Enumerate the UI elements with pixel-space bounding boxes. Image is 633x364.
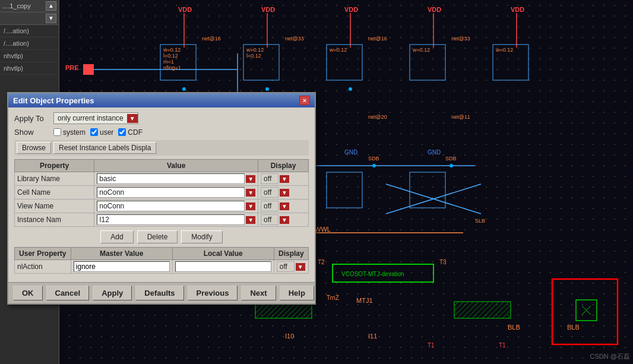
prop-value-arrow-2[interactable]: ▼ — [246, 202, 255, 210]
svg-text:net@33: net@33 — [285, 36, 304, 42]
svg-text:SLB: SLB — [475, 218, 485, 224]
apply-button[interactable]: Apply — [93, 286, 132, 300]
prop-value-cell-3: ▼ — [94, 213, 258, 227]
browse-reset-row: Browse Reset Instance Labels Displa — [14, 140, 309, 156]
svg-rect-51 — [327, 172, 362, 208]
dialog-close-button[interactable]: × — [299, 96, 310, 105]
prop-value-input-3[interactable] — [97, 214, 245, 225]
user-prop-name-0: nlAction — [15, 260, 71, 274]
user-prop-display-arrow-0[interactable]: ▼ — [296, 263, 305, 271]
next-button[interactable]: Next — [241, 286, 276, 300]
previous-button[interactable]: Previous — [188, 286, 238, 300]
sidebar-item-1[interactable]: /....ation) — [0, 37, 59, 50]
apply-to-dropdown[interactable]: only current instance ▼ — [53, 112, 138, 124]
svg-rect-52 — [410, 172, 445, 208]
prop-value-arrow-3[interactable]: ▼ — [246, 216, 255, 224]
show-system-checkbox[interactable] — [53, 128, 61, 136]
prop-value-cell-2: ▼ — [94, 200, 258, 213]
svg-text:SDB: SDB — [368, 156, 379, 162]
browse-button[interactable]: Browse — [17, 142, 51, 154]
prop-display-cell-3: off▼ — [258, 213, 309, 227]
svg-point-84 — [265, 87, 269, 91]
show-checkboxes: system user CDF — [53, 128, 143, 137]
apply-to-row: Apply To only current instance ▼ — [14, 112, 309, 124]
defaults-button[interactable]: Defaults — [135, 286, 183, 300]
apply-to-label: Apply To — [14, 114, 50, 123]
svg-point-41 — [450, 164, 453, 167]
prop-row-0: Library Name▼off▼ — [15, 172, 309, 186]
dialog-titlebar[interactable]: Edit Object Properties × — [8, 93, 315, 107]
ok-button[interactable]: OK — [13, 286, 43, 300]
svg-text:net@20: net@20 — [368, 114, 387, 120]
user-header-local: Local Value — [172, 248, 274, 260]
svg-text:T1: T1 — [499, 342, 506, 349]
svg-point-85 — [349, 87, 352, 91]
dialog-title: Edit Object Properties — [13, 96, 94, 105]
svg-point-83 — [182, 87, 186, 91]
svg-text:VDD: VDD — [428, 6, 441, 13]
user-prop-local-0 — [172, 260, 274, 274]
apply-to-arrow-icon[interactable]: ▼ — [127, 114, 138, 123]
reset-button[interactable]: Reset Instance Labels Displa — [53, 142, 156, 154]
sidebar-titlebar: ....1_copy ▲ — [0, 0, 59, 12]
prop-value-input-2[interactable] — [97, 201, 245, 211]
prop-display-text-1: off — [261, 187, 278, 198]
prop-display-cell-0: off▼ — [258, 172, 309, 186]
svg-text:MTJ1: MTJ1 — [356, 297, 373, 304]
add-button[interactable]: Add — [100, 230, 133, 243]
sidebar-scroll-up[interactable]: ▲ — [46, 1, 56, 11]
show-system-checkbox-label[interactable]: system — [53, 128, 86, 137]
prop-display-arrow-2[interactable]: ▼ — [280, 202, 289, 210]
modify-button[interactable]: Modify — [181, 230, 222, 243]
prop-display-arrow-0[interactable]: ▼ — [280, 175, 289, 183]
svg-rect-11 — [83, 64, 94, 75]
svg-point-40 — [372, 164, 376, 167]
sidebar-item-3[interactable]: nhvtlp) — [0, 62, 59, 75]
svg-text:TrnZ: TrnZ — [327, 295, 339, 301]
sidebar-item-2[interactable]: nhvtlp) — [0, 50, 59, 62]
user-header-master: Master Value — [71, 248, 172, 260]
show-cdf-text: CDF — [128, 128, 143, 137]
svg-text:T2: T2 — [318, 259, 325, 265]
prop-row-2: View Name▼off▼ — [15, 200, 309, 213]
prop-name-3: Instance Nam — [15, 213, 94, 227]
prop-value-arrow-0[interactable]: ▼ — [246, 175, 255, 183]
show-cdf-checkbox[interactable] — [118, 128, 126, 136]
prop-row-3: Instance Nam▼off▼ — [15, 213, 309, 227]
show-user-checkbox[interactable] — [90, 128, 98, 136]
help-button[interactable]: Help — [280, 286, 314, 300]
svg-text:m=1: m=1 — [163, 59, 174, 65]
user-prop-master-input-0[interactable] — [74, 261, 170, 272]
sidebar-item-0[interactable]: /....ation) — [0, 25, 59, 37]
user-prop-display-cell-0: off▼ — [274, 260, 308, 274]
prop-value-arrow-1[interactable]: ▼ — [246, 189, 255, 197]
cancel-button[interactable]: Cancel — [46, 286, 90, 300]
prop-header-value: Value — [94, 160, 258, 172]
prop-value-cell-0: ▼ — [94, 172, 258, 186]
svg-text:VDD: VDD — [261, 6, 275, 13]
properties-table: Property Value Display Library Name▼off▼… — [14, 159, 309, 227]
prop-value-input-0[interactable] — [97, 173, 245, 184]
sidebar-scroll-down[interactable]: ▼ — [46, 14, 56, 23]
svg-text:PRE: PRE — [65, 64, 79, 71]
svg-text:w=0.12: w=0.12 — [412, 47, 430, 53]
show-row: Show system user CDF — [14, 128, 309, 137]
prop-value-input-1[interactable] — [97, 187, 245, 198]
prop-name-0: Library Name — [15, 172, 94, 186]
svg-text:net@11: net@11 — [451, 114, 470, 120]
user-prop-local-input-0[interactable] — [175, 261, 271, 272]
svg-text:net@33: net@33 — [451, 36, 470, 42]
user-prop-master-0 — [71, 260, 172, 274]
delete-button[interactable]: Delete — [137, 230, 178, 243]
svg-text:net@16: net@16 — [202, 36, 221, 42]
prop-display-arrow-1[interactable]: ▼ — [280, 189, 289, 197]
user-header-display: Display — [274, 248, 308, 260]
svg-text:T1: T1 — [428, 342, 435, 349]
show-cdf-checkbox-label[interactable]: CDF — [118, 128, 143, 137]
svg-text:BLB: BLB — [567, 324, 580, 331]
show-user-checkbox-label[interactable]: user — [90, 128, 113, 137]
svg-text:I11: I11 — [368, 333, 377, 340]
prop-display-arrow-3[interactable]: ▼ — [280, 216, 289, 224]
prop-name-2: View Name — [15, 200, 94, 213]
svg-text:net@16: net@16 — [368, 36, 387, 42]
